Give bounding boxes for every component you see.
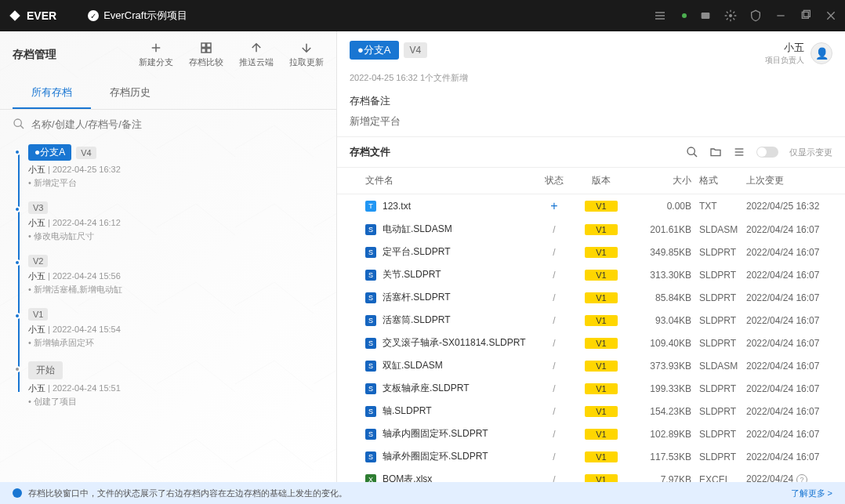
drag-handle-icon[interactable] (654, 9, 666, 22)
archive-author: 小五 (28, 325, 45, 334)
table-header: 文件名 状态 版本 大小 格式 上次变更 (337, 168, 845, 194)
project-name: EverCraft示例项目 (103, 9, 187, 23)
search-input[interactable] (31, 118, 324, 130)
project-indicator[interactable]: ✓ EverCraft示例项目 (88, 9, 187, 23)
toolbar-action-3[interactable]: 拉取更新 (289, 41, 324, 68)
timeline-dot-icon (14, 313, 20, 319)
file-name: 轴承内圈固定环.SLDPRT (383, 427, 488, 441)
table-row[interactable]: S定平台.SLDPRT / V1 349.85KB SLDPRT 2022/04… (337, 241, 845, 263)
close-icon[interactable] (825, 9, 837, 22)
file-format: SLDPRT (691, 338, 746, 349)
file-version: V1 (585, 224, 617, 235)
file-type-icon: S (365, 315, 376, 326)
file-format: SLDASM (691, 361, 746, 372)
timeline-dot-icon (14, 366, 20, 372)
archive-item[interactable]: V2 小五 | 2022-04-24 15:56 新增活塞桶,新增电动缸 (28, 255, 324, 296)
app-logo: EVER (8, 9, 56, 23)
cloud-icon[interactable] (699, 9, 712, 22)
maximize-icon[interactable] (800, 9, 812, 22)
file-name: BOM表.xlsx (383, 473, 432, 482)
search-files-icon[interactable] (686, 146, 698, 158)
check-icon: ✓ (88, 10, 99, 21)
archive-item[interactable]: ●分支AV4 小五 | 2022-04-25 16:32 新增定平台 (28, 144, 324, 189)
file-status: / (535, 451, 574, 462)
table-row[interactable]: T123.txt + V1 0.00B TXT 2022/04/25 16:32 (337, 194, 845, 218)
file-status: / (535, 315, 574, 326)
file-date: 2022/04/24 16:07 (746, 451, 832, 462)
archive-note: 新增活塞桶,新增电动缸 (28, 284, 324, 296)
file-date: 2022/04/24 16:07 (746, 247, 832, 258)
archive-note: 新增定平台 (28, 177, 324, 189)
user-name: 小五 (765, 41, 804, 55)
archive-time: 2022-04-24 15:56 (53, 271, 121, 281)
start-badge: 开始 (28, 361, 63, 379)
table-row[interactable]: S关节.SLDPRT / V1 313.30KB SLDPRT 2022/04/… (337, 263, 845, 286)
table-row[interactable]: S轴承外圈固定环.SLDPRT / V1 117.53KB SLDPRT 202… (337, 445, 845, 468)
minimize-icon[interactable] (774, 9, 787, 22)
avatar[interactable]: 👤 (811, 42, 832, 64)
file-date: 2022/04/25 16:32 (746, 201, 832, 212)
folder-icon[interactable] (709, 146, 722, 158)
note-label: 存档备注 (350, 95, 390, 107)
table-row[interactable]: S电动缸.SLDASM / V1 201.61KB SLDASM 2022/04… (337, 218, 845, 241)
file-name: 支板轴承座.SLDPRT (383, 382, 469, 395)
archive-item[interactable]: V1 小五 | 2022-04-24 15:54 新增轴承固定环 (28, 308, 324, 349)
file-status: / (535, 338, 574, 349)
file-format: SLDPRT (691, 429, 746, 440)
file-date: 2022/04/24? (746, 473, 832, 482)
table-row[interactable]: S活塞筒.SLDPRT / V1 93.04KB SLDPRT 2022/04/… (337, 309, 845, 332)
file-version: V1 (585, 474, 617, 483)
file-date: 2022/04/24 16:07 (746, 315, 832, 326)
toolbar-action-1[interactable]: 存档比较 (189, 41, 223, 68)
file-version: V1 (585, 361, 617, 372)
table-row[interactable]: S轴承内圈固定环.SLDPRT / V1 102.89KB SLDPRT 202… (337, 422, 845, 445)
timeline-dot-icon (14, 206, 20, 212)
list-icon[interactable] (733, 146, 745, 158)
right-panel: ●分支A V4 小五 项目负责人 👤 2022-04-25 16:32 1个文件… (337, 31, 845, 482)
table-row[interactable]: S轴.SLDPRT / V1 154.23KB SLDPRT 2022/04/2… (337, 400, 845, 422)
svg-rect-3 (802, 12, 808, 18)
archive-item[interactable]: V3 小五 | 2022-04-24 16:12 修改电动缸尺寸 (28, 201, 324, 242)
file-name: 轴.SLDPRT (383, 404, 431, 418)
file-type-icon: T (365, 201, 376, 212)
file-date: 2022/04/24 16:07 (746, 338, 832, 349)
file-size: 199.33KB (629, 383, 691, 394)
archive-author: 小五 (28, 383, 45, 393)
file-status: / (535, 474, 574, 483)
table-row[interactable]: XBOM表.xlsx / V1 7.97KB EXCEL 2022/04/24? (337, 468, 845, 482)
file-version: V1 (585, 429, 617, 440)
left-panel: 存档管理 新建分支存档比较推送云端拉取更新 所有存档 存档历史 ●分支AV4 小… (0, 31, 337, 482)
file-date: 2022/04/24 16:07 (746, 270, 832, 281)
file-type-icon: S (365, 451, 376, 462)
changes-only-toggle[interactable] (756, 147, 778, 158)
footer-link[interactable]: 了解更多 > (791, 488, 832, 499)
col-status: 状态 (535, 174, 574, 187)
table-row[interactable]: S交叉滚子轴承-SX011814.SLDPRT / V1 109.40KB SL… (337, 332, 845, 354)
gear-icon[interactable] (724, 9, 737, 22)
shield-icon[interactable] (749, 9, 762, 22)
svg-rect-4 (803, 10, 810, 16)
svg-line-8 (20, 125, 24, 129)
table-row[interactable]: S活塞杆.SLDPRT / V1 85.84KB SLDPRT 2022/04/… (337, 286, 845, 309)
help-icon[interactable]: ? (796, 474, 807, 482)
tab-archive-history[interactable]: 存档历史 (91, 78, 169, 109)
archive-item[interactable]: 开始 小五 | 2022-04-24 15:51 创建了项目 (28, 361, 324, 408)
archive-time: 2022-04-25 16:32 (53, 165, 121, 174)
archive-author: 小五 (28, 165, 45, 174)
file-type-icon: S (365, 338, 376, 349)
file-size: 102.89KB (629, 429, 691, 440)
toolbar-action-2[interactable]: 推送云端 (239, 41, 274, 68)
table-row[interactable]: S支板轴承座.SLDPRT / V1 199.33KB SLDPRT 2022/… (337, 377, 845, 400)
file-version: V1 (585, 292, 617, 303)
file-status: / (535, 247, 574, 258)
toolbar-action-0[interactable]: 新建分支 (139, 41, 173, 68)
svg-point-1 (729, 14, 732, 17)
file-type-icon: S (365, 406, 376, 417)
archive-time: 2022-04-24 16:12 (53, 218, 121, 227)
file-format: SLDPRT (691, 270, 746, 281)
file-format: SLDASM (691, 224, 746, 235)
tab-all-archives[interactable]: 所有存档 (13, 78, 91, 109)
archive-author: 小五 (28, 218, 45, 227)
table-row[interactable]: S双缸.SLDASM / V1 373.93KB SLDASM 2022/04/… (337, 354, 845, 377)
status-dot-icon (682, 13, 687, 18)
